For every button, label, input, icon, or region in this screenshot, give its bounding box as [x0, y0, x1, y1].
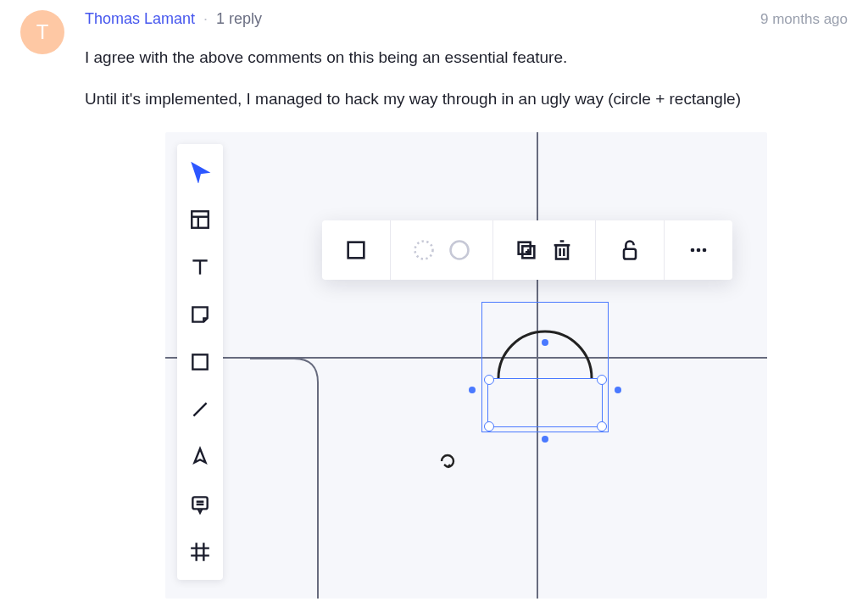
reply-count[interactable]: 1 reply: [216, 10, 262, 28]
text-icon[interactable]: [181, 244, 219, 290]
trash-icon[interactable]: [550, 238, 574, 262]
rotate-cursor-icon: [437, 450, 459, 472]
side-handle[interactable]: [469, 387, 476, 393]
svg-point-15: [415, 241, 433, 259]
author-link[interactable]: Thomas Lamant: [85, 10, 195, 28]
rectangle-icon[interactable]: [181, 339, 219, 385]
duplicate-icon[interactable]: [515, 238, 538, 262]
svg-rect-7: [192, 497, 207, 509]
selection-handle[interactable]: [597, 421, 607, 432]
stroke-style-icon: [412, 238, 436, 262]
svg-point-16: [451, 241, 469, 259]
svg-point-27: [691, 248, 695, 253]
svg-point-29: [703, 248, 707, 253]
shape-square-icon[interactable]: [322, 220, 391, 280]
timestamp: 9 months ago: [760, 11, 848, 28]
selection-handle[interactable]: [484, 375, 494, 385]
comment-body: Thomas Lamant · 1 reply 9 months ago I a…: [85, 10, 848, 599]
svg-rect-26: [624, 249, 636, 259]
comment-paragraph: Until it's implemented, I managed to hac…: [85, 86, 848, 111]
separator-dot: ·: [203, 10, 208, 28]
side-handle[interactable]: [542, 436, 548, 443]
side-handle[interactable]: [542, 339, 548, 346]
svg-point-28: [697, 248, 701, 253]
tool-sidebar: [177, 144, 223, 580]
svg-rect-21: [556, 245, 568, 259]
note-icon[interactable]: [181, 292, 219, 337]
unlock-icon[interactable]: [596, 220, 665, 280]
svg-rect-0: [192, 211, 209, 228]
arc-shape[interactable]: [494, 310, 596, 387]
comment-header: Thomas Lamant · 1 reply 9 months ago: [85, 10, 848, 28]
avatar[interactable]: T: [20, 10, 64, 54]
fill-none-icon: [448, 238, 471, 262]
avatar-initial: T: [36, 20, 49, 44]
frame-icon[interactable]: [181, 197, 219, 242]
comment-paragraph: I agree with the above comments on this …: [85, 45, 848, 70]
pen-icon[interactable]: [181, 434, 219, 480]
svg-rect-5: [192, 354, 207, 369]
comment-block: T Thomas Lamant · 1 reply 9 months ago I…: [20, 10, 848, 599]
comment-icon[interactable]: [181, 482, 219, 527]
selection-handle[interactable]: [484, 421, 494, 432]
svg-rect-14: [348, 242, 364, 259]
path-corner: [250, 357, 352, 599]
line-icon[interactable]: [181, 387, 219, 432]
editor-canvas[interactable]: [165, 132, 767, 599]
stroke-fill-group[interactable]: [391, 220, 493, 280]
grid-icon[interactable]: [181, 529, 219, 575]
more-icon[interactable]: [665, 220, 732, 280]
selection-handle[interactable]: [597, 375, 607, 385]
side-handle[interactable]: [615, 387, 621, 393]
svg-line-6: [193, 403, 206, 415]
context-toolbar: [322, 220, 732, 280]
duplicate-delete-group: [493, 220, 596, 280]
pointer-icon[interactable]: [181, 149, 219, 195]
